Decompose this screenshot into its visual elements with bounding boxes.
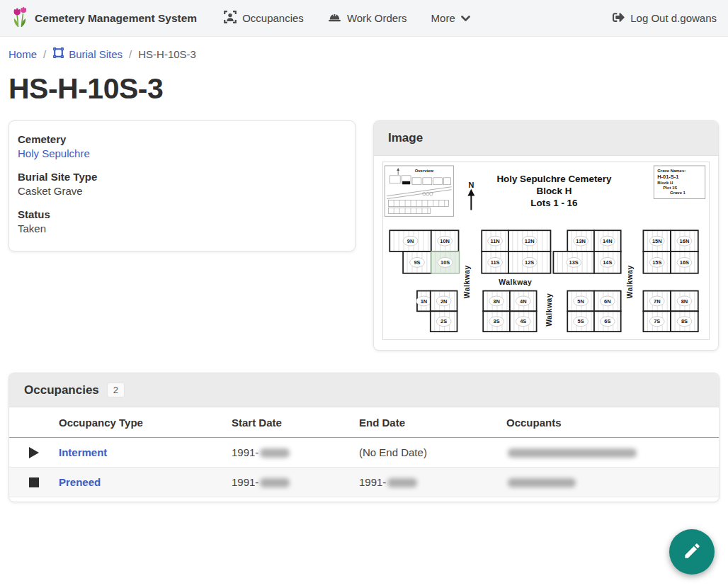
svg-text:4S: 4S [520,318,526,324]
field-label: Cemetery [18,133,346,145]
cemetery-link[interactable]: Holy Sepulchre [18,147,90,159]
occupancy-type-link[interactable]: Preneed [59,476,101,488]
svg-text:8S: 8S [681,318,688,324]
nav-item-label: More [431,12,455,24]
cemetery-plot-map: OverviewNHoly Sepulchre CemeteryBlock HL… [383,162,711,339]
field-value: Taken [18,222,346,234]
svg-text:7S: 7S [654,318,660,324]
nav-item-label: Work Orders [347,12,407,24]
svg-text:10S: 10S [440,259,450,266]
field-value: Casket Grave [18,185,346,197]
svg-text:2N: 2N [440,298,448,305]
date-prefix: 1991- [232,476,258,488]
end-date-cell: (No End Date) [359,438,506,468]
breadcrumb-separator: / [129,48,132,60]
field-status: Status Taken [18,208,346,234]
tulip-logo-icon [11,6,28,30]
table-row-preneed: Preneed 1991- 1991- [9,468,719,497]
redacted-text [260,448,290,458]
status-cell [9,438,59,468]
logout-button[interactable]: Log Out d.gowans [613,11,717,26]
brand[interactable]: Cemetery Management System [11,6,197,30]
svg-text:9S: 9S [414,259,420,266]
details-card: Cemetery Holy Sepulchre Burial Site Type… [8,120,356,251]
column-end-date: End Date [359,407,506,438]
breadcrumb: Home / Burial Sites / HS-H-10S-3 [0,37,728,61]
svg-text:14S: 14S [603,259,612,266]
occupancies-header: Occupancies 2 [9,373,719,407]
svg-text:12S: 12S [525,259,534,266]
column-start-date: Start Date [232,407,359,438]
nav-item-work-orders[interactable]: Work Orders [328,11,407,26]
svg-text:Walkway: Walkway [626,265,634,298]
table-row-interment: Interment 1991- (No End Date) [9,438,719,468]
svg-text:15S: 15S [652,259,661,266]
nav-item-occupancies[interactable]: Occupancies [224,11,304,26]
svg-text:16S: 16S [680,259,689,266]
svg-text:Grave Names:: Grave Names: [657,169,686,173]
breadcrumb-burial-sites-label: Burial Sites [69,48,123,60]
occupants-cell [506,468,719,497]
svg-text:Overview: Overview [415,169,434,173]
redacted-text [508,448,637,458]
navbar: Cemetery Management System Occupancies W… [0,0,728,37]
nav-item-more[interactable]: More [431,12,470,24]
svg-text:6N: 6N [604,298,611,305]
occupants-cell [506,438,719,468]
breadcrumb-home-link[interactable]: Home [8,48,37,60]
svg-text:4N: 4N [520,298,527,305]
svg-text:11N: 11N [490,238,499,244]
breadcrumb-burial-sites-link[interactable]: Burial Sites [52,47,123,61]
vector-square-icon [52,47,64,61]
table-header-row: Occupancy Type Start Date End Date Occup… [9,407,719,438]
cards-row: Cemetery Holy Sepulchre Burial Site Type… [8,120,720,351]
svg-text:6S: 6S [604,318,610,324]
redacted-text [260,478,290,487]
svg-text:16N: 16N [680,238,690,244]
occupancies-icon [224,11,237,26]
edit-button[interactable] [669,529,715,575]
play-icon [29,447,39,458]
redacted-text [387,478,417,487]
breadcrumb-separator: / [43,48,46,60]
svg-text:14N: 14N [603,238,613,244]
svg-text:Grave 1: Grave 1 [670,191,686,195]
breadcrumb-current: HS-H-10S-3 [138,48,196,60]
svg-text:9N: 9N [407,238,414,244]
chevron-down-icon [461,12,470,24]
svg-text:7N: 7N [654,298,661,305]
svg-text:N: N [468,181,474,189]
svg-text:12N: 12N [525,238,535,244]
svg-text:H-01-S-1: H-01-S-1 [657,174,678,180]
svg-text:3S: 3S [494,318,500,324]
date-prefix: 1991- [232,446,258,458]
svg-text:13S: 13S [569,259,579,266]
start-date-cell: 1991- [232,438,359,468]
occupancies-title: Occupancies [24,383,99,397]
cemetery-plot-map-image: OverviewNHoly Sepulchre CemeteryBlock HL… [382,162,710,340]
breadcrumb-home-label: Home [8,48,37,60]
svg-text:13N: 13N [576,238,586,244]
svg-text:Block H: Block H [537,186,572,196]
occupancies-count-badge: 2 [107,383,125,397]
stop-icon [29,477,39,487]
status-cell [9,468,59,497]
svg-text:8N: 8N [681,298,688,305]
svg-text:5S: 5S [578,318,584,324]
table-bottom-padding [9,497,719,502]
svg-text:Lots 1 - 16: Lots 1 - 16 [530,198,577,208]
occupancy-type-link[interactable]: Interment [59,446,107,458]
svg-text:Plot 1S: Plot 1S [663,186,677,190]
pencil-icon [683,541,702,562]
column-occupancy-type: Occupancy Type [59,407,232,438]
start-date-cell: 1991- [232,468,359,497]
image-card: Image OverviewNHoly Sepulchre CemeteryBl… [373,120,719,351]
svg-text:5N: 5N [577,298,584,305]
status-icon-column [9,407,59,438]
svg-text:Walkway: Walkway [545,293,553,327]
brand-title: Cemetery Management System [35,12,197,25]
field-burial-site-type: Burial Site Type Casket Grave [18,171,346,197]
occupancies-table: Occupancy Type Start Date End Date Occup… [9,407,719,497]
end-date-cell: 1991- [359,468,506,497]
svg-text:1N: 1N [421,298,428,305]
